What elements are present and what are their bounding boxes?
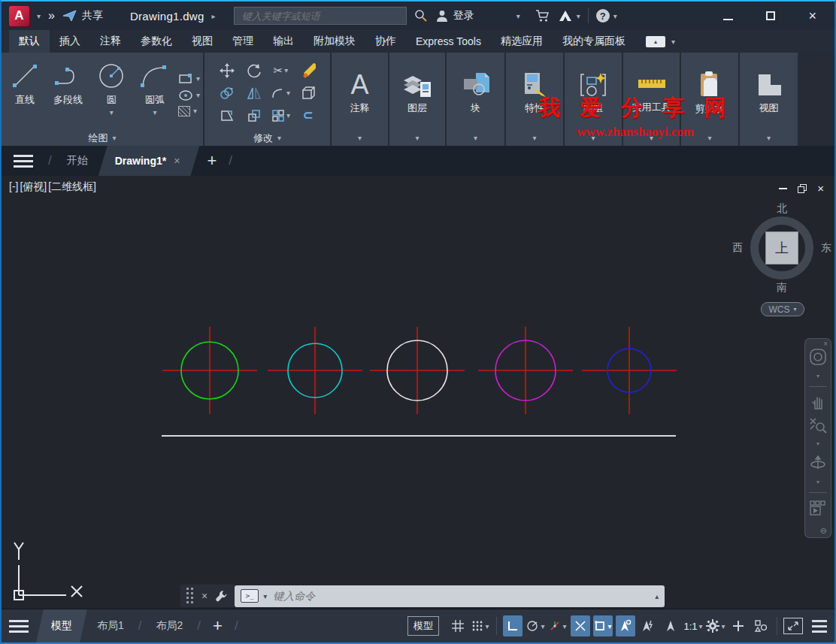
isolate-objects-button[interactable] [751,615,771,636]
workspace-caret-icon[interactable]: ▾ [721,622,725,630]
search-icon[interactable] [414,9,428,23]
panel-properties-caret-icon[interactable]: ▾ [532,134,536,142]
panel-annotate[interactable]: A 注释 ▾ [332,53,388,146]
file-tab-close-icon[interactable]: × [174,155,180,167]
layout-menu-icon[interactable] [9,620,29,633]
file-tabs-menu-icon[interactable] [14,155,33,168]
ribbon-tab-insert[interactable]: 插入 [50,30,90,53]
file-tab-start[interactable]: 开始 [56,146,98,176]
fullscreen-button[interactable] [783,618,803,634]
snap-caret-icon[interactable]: ▾ [485,622,489,630]
minimize-button[interactable] [723,10,733,23]
grid-toggle[interactable] [448,615,468,636]
signin-caret-icon[interactable]: ▾ [516,12,520,20]
tool-polyline[interactable]: 多段线 [48,56,89,130]
annotation-visibility-toggle[interactable] [616,615,635,636]
customization-menu-icon[interactable] [812,620,827,633]
panel-annotate-caret-icon[interactable]: ▾ [358,134,362,142]
scale-value-button[interactable]: 1:1▾ [683,615,703,636]
tool-rotate[interactable] [247,63,262,78]
autodesk-menu[interactable]: ▾ [558,10,580,22]
panel-utilities[interactable]: 实用工具 ▾ [623,53,680,146]
model-tab[interactable]: 模型 [36,609,87,643]
maximize-button[interactable] [766,10,775,23]
polar-toggle[interactable]: ▾ [526,615,545,636]
command-grip-icon[interactable] [186,588,194,604]
ribbon-tab-featured-apps[interactable]: 精选应用 [491,30,553,53]
drawing-canvas[interactable]: [-] [俯视] [二维线框] × 北 南 西 东 上 WCS ▾ × [2,176,834,612]
tool-fillet[interactable]: ▾ [271,87,290,99]
tool-rectangle[interactable]: ▾ [178,73,200,85]
ribbon-tab-view[interactable]: 视图 [182,30,223,53]
annotation-monitor-button[interactable] [728,615,748,636]
tool-arc[interactable]: 圆弧 ▾ [135,56,175,130]
isodraft-toggle[interactable]: ▾ [548,615,568,636]
panel-draw-footer[interactable]: 绘图 ▾ [2,130,203,146]
ortho-toggle[interactable] [503,615,522,636]
isodraft-caret-icon[interactable]: ▾ [562,622,566,630]
title-caret-icon[interactable]: ▸ [212,12,216,20]
tool-arc-caret-icon[interactable]: ▾ [153,108,157,116]
command-customize-wrench-icon[interactable] [215,589,229,603]
ribbon-tab-parametric[interactable]: 参数化 [131,30,182,53]
file-tab-drawing1[interactable]: Drawing1* × [98,146,200,176]
panel-view-caret-icon[interactable]: ▾ [767,134,771,142]
tool-stretch[interactable] [220,109,235,122]
command-close-icon[interactable]: × [201,590,207,602]
tool-circle[interactable]: 圆 ▾ [91,56,132,130]
layout2-tab[interactable]: 布局2 [147,609,193,643]
osnap-toggle[interactable]: ▾ [593,615,613,636]
tool-move[interactable] [220,63,235,78]
panel-block-caret-icon[interactable]: ▾ [474,134,477,142]
workspace-switch-button[interactable]: ▾ [706,615,725,636]
tool-scale[interactable] [247,109,261,122]
new-drawing-button[interactable]: + [207,151,217,171]
ribbon-tab-express-tools[interactable]: Express Tools [406,30,491,53]
snap-toggle[interactable]: ▾ [471,615,490,636]
ribbon-tab-output[interactable]: 输出 [263,30,304,53]
annotation-scale-button[interactable] [661,615,680,636]
drawing-entities[interactable] [2,176,836,612]
tool-box[interactable] [301,86,316,101]
panel-groups-caret-icon[interactable]: ▾ [591,134,595,142]
new-layout-button[interactable]: + [213,616,223,636]
ribbon-collapse-caret-icon[interactable]: ▾ [671,38,675,46]
command-line[interactable]: >_ ▾ ▴ [235,585,665,607]
panel-layers-caret-icon[interactable]: ▾ [415,134,419,142]
panel-clipboard[interactable]: 剪贴板 ▾ [681,53,738,146]
tool-line[interactable]: 直线 [5,56,45,130]
tool-offset[interactable]: ⊂ [302,107,313,123]
tool-mirror[interactable] [247,86,262,100]
osnap-tracking-toggle[interactable] [571,615,590,636]
close-button[interactable]: × [808,8,816,24]
tool-copy[interactable] [220,86,235,100]
ribbon-tab-collaborate[interactable]: 协作 [365,30,406,53]
command-history-icon[interactable]: ▴ [655,592,659,600]
model-space-button[interactable]: 模型 [407,616,439,636]
ribbon-tab-addins[interactable]: 附加模块 [304,30,365,53]
panel-block[interactable]: 块 ▾ [447,53,504,146]
command-prompt-caret-icon[interactable]: ▾ [263,592,267,600]
signin-button[interactable]: 登录 [435,9,474,23]
tool-erase[interactable] [301,63,316,78]
ribbon-tab-annotate[interactable]: 注释 [90,30,131,53]
ribbon-tab-manage[interactable]: 管理 [223,30,263,53]
command-input[interactable] [271,589,650,603]
osnap-caret-icon[interactable]: ▾ [607,622,611,630]
command-prompt-icon[interactable]: >_ [241,589,259,603]
ribbon-collapse-button[interactable]: ▴ [646,36,665,47]
command-dock-grip[interactable]: × [180,585,235,607]
app-menu-button[interactable]: A [9,6,29,26]
polar-caret-icon[interactable]: ▾ [541,622,544,630]
panel-view[interactable]: 视图 ▾ [740,53,798,146]
quick-access-expand-icon[interactable]: » [48,9,55,23]
tool-circle-caret-icon[interactable]: ▾ [110,108,114,116]
tool-ellipse[interactable]: ▾ [178,89,200,101]
panel-modify-footer[interactable]: 修改 ▾ [204,130,330,146]
panel-layers[interactable]: 图层 ▾ [389,53,445,146]
panel-clipboard-caret-icon[interactable]: ▾ [707,134,711,142]
cart-icon[interactable] [535,9,550,23]
tool-trim[interactable]: ✂▾ [274,64,289,77]
tool-array[interactable]: ▾ [271,109,290,122]
panel-utilities-caret-icon[interactable]: ▾ [650,134,653,142]
